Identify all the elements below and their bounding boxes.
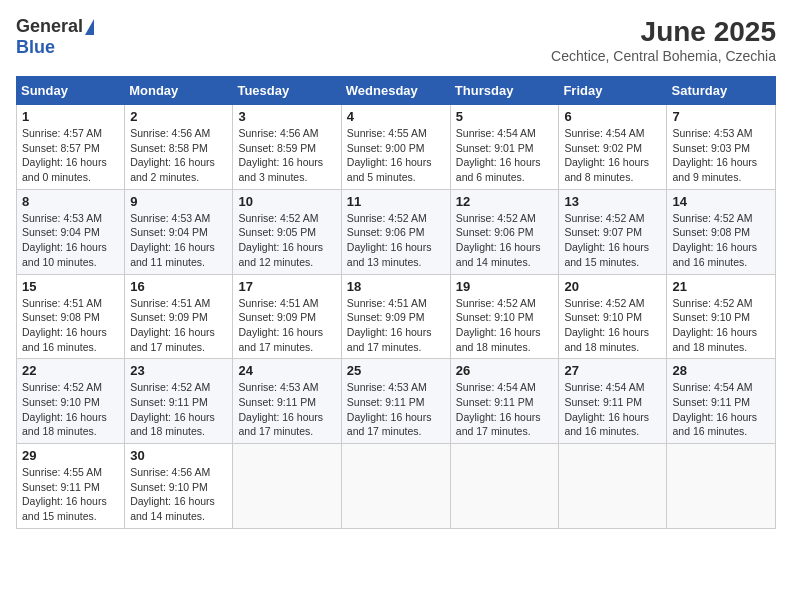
day-info: Sunrise: 4:57 AMSunset: 8:57 PMDaylight:… bbox=[22, 126, 119, 185]
day-info: Sunrise: 4:52 AMSunset: 9:10 PMDaylight:… bbox=[564, 296, 661, 355]
calendar-cell bbox=[450, 444, 559, 529]
day-info: Sunrise: 4:53 AMSunset: 9:03 PMDaylight:… bbox=[672, 126, 770, 185]
day-info: Sunrise: 4:52 AMSunset: 9:10 PMDaylight:… bbox=[672, 296, 770, 355]
weekday-header-friday: Friday bbox=[559, 77, 667, 105]
day-number: 6 bbox=[564, 109, 661, 124]
calendar-cell: 22Sunrise: 4:52 AMSunset: 9:10 PMDayligh… bbox=[17, 359, 125, 444]
calendar-cell: 10Sunrise: 4:52 AMSunset: 9:05 PMDayligh… bbox=[233, 189, 341, 274]
calendar-cell: 27Sunrise: 4:54 AMSunset: 9:11 PMDayligh… bbox=[559, 359, 667, 444]
day-number: 23 bbox=[130, 363, 227, 378]
month-title: June 2025 bbox=[551, 16, 776, 48]
calendar-cell: 14Sunrise: 4:52 AMSunset: 9:08 PMDayligh… bbox=[667, 189, 776, 274]
day-info: Sunrise: 4:53 AMSunset: 9:04 PMDaylight:… bbox=[22, 211, 119, 270]
calendar-week-row: 1Sunrise: 4:57 AMSunset: 8:57 PMDaylight… bbox=[17, 105, 776, 190]
calendar-cell: 6Sunrise: 4:54 AMSunset: 9:02 PMDaylight… bbox=[559, 105, 667, 190]
page-header: General Blue June 2025 Cechtice, Central… bbox=[16, 16, 776, 64]
day-info: Sunrise: 4:56 AMSunset: 8:58 PMDaylight:… bbox=[130, 126, 227, 185]
day-info: Sunrise: 4:52 AMSunset: 9:08 PMDaylight:… bbox=[672, 211, 770, 270]
calendar-cell: 8Sunrise: 4:53 AMSunset: 9:04 PMDaylight… bbox=[17, 189, 125, 274]
day-number: 30 bbox=[130, 448, 227, 463]
day-info: Sunrise: 4:52 AMSunset: 9:05 PMDaylight:… bbox=[238, 211, 335, 270]
logo: General Blue bbox=[16, 16, 94, 58]
day-number: 17 bbox=[238, 279, 335, 294]
day-number: 19 bbox=[456, 279, 554, 294]
calendar-cell: 5Sunrise: 4:54 AMSunset: 9:01 PMDaylight… bbox=[450, 105, 559, 190]
day-number: 20 bbox=[564, 279, 661, 294]
logo-triangle bbox=[85, 19, 94, 35]
weekday-header-monday: Monday bbox=[125, 77, 233, 105]
day-info: Sunrise: 4:52 AMSunset: 9:06 PMDaylight:… bbox=[347, 211, 445, 270]
title-section: June 2025 Cechtice, Central Bohemia, Cze… bbox=[551, 16, 776, 64]
day-info: Sunrise: 4:52 AMSunset: 9:07 PMDaylight:… bbox=[564, 211, 661, 270]
calendar-week-row: 22Sunrise: 4:52 AMSunset: 9:10 PMDayligh… bbox=[17, 359, 776, 444]
calendar-week-row: 29Sunrise: 4:55 AMSunset: 9:11 PMDayligh… bbox=[17, 444, 776, 529]
day-info: Sunrise: 4:51 AMSunset: 9:09 PMDaylight:… bbox=[130, 296, 227, 355]
day-info: Sunrise: 4:51 AMSunset: 9:09 PMDaylight:… bbox=[238, 296, 335, 355]
calendar-table: SundayMondayTuesdayWednesdayThursdayFrid… bbox=[16, 76, 776, 529]
weekday-header-tuesday: Tuesday bbox=[233, 77, 341, 105]
day-info: Sunrise: 4:54 AMSunset: 9:11 PMDaylight:… bbox=[564, 380, 661, 439]
calendar-cell bbox=[341, 444, 450, 529]
calendar-cell bbox=[559, 444, 667, 529]
day-number: 13 bbox=[564, 194, 661, 209]
calendar-cell: 3Sunrise: 4:56 AMSunset: 8:59 PMDaylight… bbox=[233, 105, 341, 190]
calendar-week-row: 15Sunrise: 4:51 AMSunset: 9:08 PMDayligh… bbox=[17, 274, 776, 359]
calendar-header-row: SundayMondayTuesdayWednesdayThursdayFrid… bbox=[17, 77, 776, 105]
calendar-cell: 11Sunrise: 4:52 AMSunset: 9:06 PMDayligh… bbox=[341, 189, 450, 274]
day-info: Sunrise: 4:51 AMSunset: 9:08 PMDaylight:… bbox=[22, 296, 119, 355]
calendar-cell: 4Sunrise: 4:55 AMSunset: 9:00 PMDaylight… bbox=[341, 105, 450, 190]
calendar-cell: 15Sunrise: 4:51 AMSunset: 9:08 PMDayligh… bbox=[17, 274, 125, 359]
day-info: Sunrise: 4:55 AMSunset: 9:00 PMDaylight:… bbox=[347, 126, 445, 185]
logo-blue: Blue bbox=[16, 37, 55, 58]
day-info: Sunrise: 4:54 AMSunset: 9:11 PMDaylight:… bbox=[456, 380, 554, 439]
day-number: 9 bbox=[130, 194, 227, 209]
day-number: 1 bbox=[22, 109, 119, 124]
day-info: Sunrise: 4:56 AMSunset: 8:59 PMDaylight:… bbox=[238, 126, 335, 185]
day-number: 3 bbox=[238, 109, 335, 124]
calendar-cell: 21Sunrise: 4:52 AMSunset: 9:10 PMDayligh… bbox=[667, 274, 776, 359]
day-info: Sunrise: 4:54 AMSunset: 9:01 PMDaylight:… bbox=[456, 126, 554, 185]
day-number: 18 bbox=[347, 279, 445, 294]
day-info: Sunrise: 4:52 AMSunset: 9:10 PMDaylight:… bbox=[456, 296, 554, 355]
day-number: 7 bbox=[672, 109, 770, 124]
calendar-cell: 13Sunrise: 4:52 AMSunset: 9:07 PMDayligh… bbox=[559, 189, 667, 274]
weekday-header-thursday: Thursday bbox=[450, 77, 559, 105]
calendar-cell: 16Sunrise: 4:51 AMSunset: 9:09 PMDayligh… bbox=[125, 274, 233, 359]
calendar-cell: 2Sunrise: 4:56 AMSunset: 8:58 PMDaylight… bbox=[125, 105, 233, 190]
calendar-cell: 25Sunrise: 4:53 AMSunset: 9:11 PMDayligh… bbox=[341, 359, 450, 444]
calendar-cell: 28Sunrise: 4:54 AMSunset: 9:11 PMDayligh… bbox=[667, 359, 776, 444]
day-info: Sunrise: 4:54 AMSunset: 9:11 PMDaylight:… bbox=[672, 380, 770, 439]
day-number: 28 bbox=[672, 363, 770, 378]
day-number: 15 bbox=[22, 279, 119, 294]
calendar-cell: 30Sunrise: 4:56 AMSunset: 9:10 PMDayligh… bbox=[125, 444, 233, 529]
calendar-cell: 20Sunrise: 4:52 AMSunset: 9:10 PMDayligh… bbox=[559, 274, 667, 359]
logo-general: General bbox=[16, 16, 83, 37]
day-info: Sunrise: 4:51 AMSunset: 9:09 PMDaylight:… bbox=[347, 296, 445, 355]
calendar-cell: 29Sunrise: 4:55 AMSunset: 9:11 PMDayligh… bbox=[17, 444, 125, 529]
day-number: 5 bbox=[456, 109, 554, 124]
day-number: 11 bbox=[347, 194, 445, 209]
day-number: 22 bbox=[22, 363, 119, 378]
day-info: Sunrise: 4:52 AMSunset: 9:11 PMDaylight:… bbox=[130, 380, 227, 439]
day-number: 14 bbox=[672, 194, 770, 209]
day-number: 12 bbox=[456, 194, 554, 209]
calendar-cell: 12Sunrise: 4:52 AMSunset: 9:06 PMDayligh… bbox=[450, 189, 559, 274]
location-subtitle: Cechtice, Central Bohemia, Czechia bbox=[551, 48, 776, 64]
day-number: 24 bbox=[238, 363, 335, 378]
calendar-cell: 18Sunrise: 4:51 AMSunset: 9:09 PMDayligh… bbox=[341, 274, 450, 359]
day-info: Sunrise: 4:56 AMSunset: 9:10 PMDaylight:… bbox=[130, 465, 227, 524]
calendar-cell bbox=[667, 444, 776, 529]
calendar-cell bbox=[233, 444, 341, 529]
day-info: Sunrise: 4:52 AMSunset: 9:06 PMDaylight:… bbox=[456, 211, 554, 270]
calendar-cell: 17Sunrise: 4:51 AMSunset: 9:09 PMDayligh… bbox=[233, 274, 341, 359]
calendar-cell: 23Sunrise: 4:52 AMSunset: 9:11 PMDayligh… bbox=[125, 359, 233, 444]
day-number: 16 bbox=[130, 279, 227, 294]
day-info: Sunrise: 4:54 AMSunset: 9:02 PMDaylight:… bbox=[564, 126, 661, 185]
day-number: 2 bbox=[130, 109, 227, 124]
weekday-header-wednesday: Wednesday bbox=[341, 77, 450, 105]
day-number: 10 bbox=[238, 194, 335, 209]
day-number: 26 bbox=[456, 363, 554, 378]
day-number: 29 bbox=[22, 448, 119, 463]
day-number: 21 bbox=[672, 279, 770, 294]
day-info: Sunrise: 4:55 AMSunset: 9:11 PMDaylight:… bbox=[22, 465, 119, 524]
